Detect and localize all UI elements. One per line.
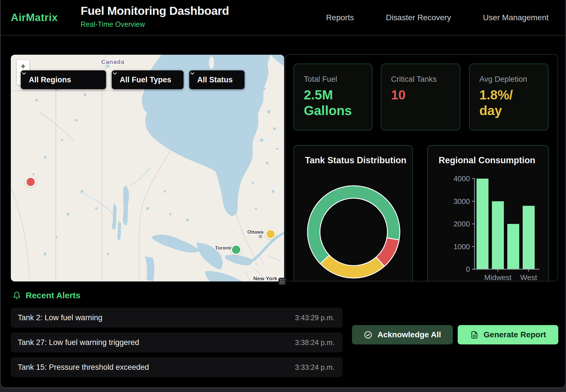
page-title: Fuel Monitoring Dashboard [81, 4, 229, 18]
svg-text:0: 0 [466, 265, 470, 273]
tank-map[interactable]: Canada Ottawa Toronto New York + − All R… [11, 55, 284, 281]
stat-card-avg-depletion: Avg Depletion 1.8%/ day [469, 64, 549, 130]
stat-label: Avg Depletion [479, 75, 542, 84]
alert-message: Tank 27: Low fuel warning triggered [18, 338, 139, 347]
status-filter-value: All Status [197, 75, 233, 84]
donut-chart [294, 146, 414, 281]
main-nav: Reports Disaster Recovery User Managemen… [326, 0, 549, 35]
stat-card-total-fuel: Total Fuel 2.5M Gallons [294, 64, 372, 130]
svg-text:West: West [520, 273, 538, 281]
generate-report-button[interactable]: Generate Report [458, 325, 558, 344]
regional-consumption-chart-card: Regional Consumption 01000200030004000Mi… [427, 145, 549, 281]
map-city-label-toronto: Toronto [215, 245, 233, 251]
stat-value: 1.8%/ day [479, 87, 542, 119]
report-document-icon [470, 330, 479, 339]
alert-message: Tank 2: Low fuel warning [18, 313, 102, 322]
fuel-type-filter-dropdown[interactable]: All Fuel Types [112, 70, 184, 89]
map-city-label-ottawa: Ottawa [247, 229, 264, 235]
stat-card-critical-tanks: Critical Tanks 10 [381, 64, 460, 130]
stat-label: Critical Tanks [391, 75, 454, 84]
map-city-label-newyork: New York [253, 275, 278, 281]
stat-value: 10 [391, 87, 454, 103]
svg-text:3000: 3000 [453, 197, 470, 206]
title-block: Fuel Monitoring Dashboard Real-Time Over… [81, 4, 229, 28]
chevron-down-icon [21, 70, 27, 77]
bar-chart: 01000200030004000MidwestWest [428, 146, 549, 281]
generate-report-label: Generate Report [484, 330, 546, 339]
tank-marker-critical[interactable] [25, 177, 36, 187]
chevron-down-icon [112, 70, 118, 77]
alert-time: 3:38:24 p.m. [295, 338, 335, 347]
nav-item-disaster-recovery[interactable]: Disaster Recovery [386, 13, 451, 22]
map-country-label: Canada [101, 58, 125, 65]
top-header: AirMatrix Fuel Monitoring Dashboard Real… [1, 0, 565, 36]
brand-logo[interactable]: AirMatrix [11, 0, 58, 35]
svg-text:2000: 2000 [453, 220, 470, 228]
status-filter-dropdown[interactable]: All Status [189, 70, 245, 89]
alert-row[interactable]: Tank 15: Pressure threshold exceeded 3:3… [11, 357, 343, 377]
svg-text:1000: 1000 [453, 242, 470, 251]
alert-row[interactable]: Tank 2: Low fuel warning 3:43:29 p.m. [11, 308, 343, 328]
dashboard-window: AirMatrix Fuel Monitoring Dashboard Real… [0, 0, 566, 388]
recent-alerts-title: Recent Alerts [26, 291, 80, 300]
nav-item-reports[interactable]: Reports [326, 13, 354, 22]
region-filter-value: All Regions [29, 75, 71, 84]
alert-time: 3:43:29 p.m. [295, 314, 335, 322]
alert-time: 3:33:24 p.m. [295, 363, 335, 371]
page-subtitle: Real-Time Overview [81, 20, 229, 28]
tank-marker-warning[interactable] [265, 229, 276, 239]
alert-row[interactable]: Tank 27: Low fuel warning triggered 3:38… [11, 332, 343, 352]
stat-label: Total Fuel [304, 75, 366, 84]
tank-status-chart-card: Tank Status Distribution [294, 145, 413, 281]
tank-marker-normal[interactable] [231, 244, 241, 255]
nav-item-user-management[interactable]: User Management [483, 13, 549, 22]
region-filter-dropdown[interactable]: All Regions [21, 70, 106, 89]
resize-grip-icon[interactable] [278, 278, 286, 285]
recent-alerts-header: Recent Alerts [13, 291, 80, 300]
check-circle-icon [364, 330, 372, 339]
alert-message: Tank 15: Pressure threshold exceeded [18, 363, 149, 372]
acknowledge-all-label: Acknowledge All [377, 330, 441, 339]
svg-text:4000: 4000 [453, 174, 470, 183]
stat-value: 2.5M Gallons [304, 87, 366, 119]
window-background-strip [0, 388, 566, 392]
fuel-type-filter-value: All Fuel Types [120, 75, 171, 84]
chevron-down-icon [189, 70, 196, 77]
overview-panel: Total Fuel 2.5M Gallons Critical Tanks 1… [285, 54, 558, 281]
acknowledge-all-button[interactable]: Acknowledge All [352, 325, 453, 344]
bell-icon [13, 291, 21, 300]
svg-text:Midwest: Midwest [484, 273, 512, 281]
